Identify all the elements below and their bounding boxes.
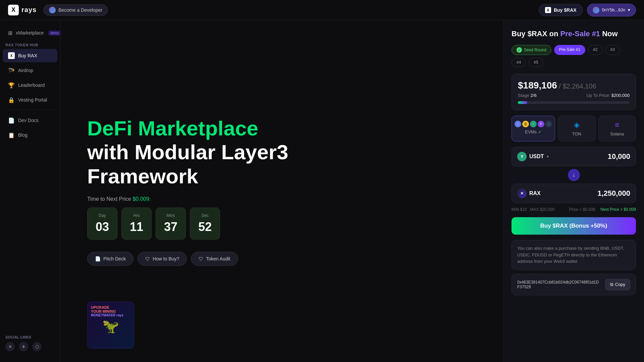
sidebar-divider: [5, 110, 55, 110]
sidebar-item-leaderboard[interactable]: 🏆 Leaderboard: [3, 78, 57, 92]
price-value: $0.008: [583, 207, 595, 212]
max-label: MAX $20,000: [530, 207, 554, 212]
from-token-box[interactable]: ₮ USDT ▾ 10,000: [512, 147, 636, 166]
bnb-icon: B: [522, 121, 529, 127]
day-label: Day: [96, 213, 109, 218]
swap-arrow-button[interactable]: ↓: [568, 169, 580, 181]
tab-presale-3[interactable]: #3: [605, 45, 620, 55]
timer-day: Day 03: [87, 207, 117, 240]
wallet-icon: [593, 7, 599, 13]
ad-banner[interactable]: UPGRADEYOUR MINING MONEYMAKER rays 🦖: [87, 302, 134, 349]
github-icon[interactable]: ⬡: [32, 342, 42, 351]
tab-evms[interactable]: Ξ B ₮ P A EVMs ✓: [512, 116, 555, 141]
copy-address-button[interactable]: ⧉ Copy: [605, 279, 630, 290]
timer-sec: Sec 52: [190, 207, 220, 240]
stage-value: 2/6: [531, 93, 537, 98]
twitter-icon[interactable]: ✕: [5, 342, 15, 351]
leaderboard-label: Leaderboard: [18, 82, 45, 88]
tab-ton[interactable]: ◈ TON: [558, 116, 596, 141]
copy-label: Copy: [615, 282, 625, 287]
sidebar-bottom: SOCIAL LINKS ✕ ✈ ⬡: [0, 333, 60, 357]
demo-badge: demo: [48, 31, 61, 36]
address-box: 0x463E391407Ccb81b024db2C06748f01d1DF375…: [512, 274, 636, 295]
how-to-buy-button[interactable]: 🛡 How to Buy?: [138, 252, 187, 266]
token-audit-button[interactable]: 🛡 Token Audit: [191, 252, 238, 266]
airdrop-label: Airdrop: [18, 68, 33, 73]
wallet-address-text: 0x463E391407Ccb81b024db2C06748f01d1DF375…: [517, 280, 601, 289]
buy-rax-sidebar-label: Buy RAX: [18, 53, 37, 58]
stage-row: Stage 2/6 Up To Price: $200,000: [518, 93, 630, 98]
tab-seed-round[interactable]: ✓ Seed Round: [512, 45, 551, 55]
round-tabs: ✓ Seed Round Pre-Sale #1 #2 #3 #4 #5: [512, 45, 636, 67]
airdrop-icon: 🪂: [8, 67, 15, 74]
rax-amount: 1,250,000: [597, 189, 630, 198]
sidebar-item-blog[interactable]: 📋 Blog: [3, 128, 57, 142]
send-info: You can also make a purchase by sending …: [512, 240, 636, 270]
progress-fill: [518, 101, 527, 104]
mins-value: 37: [164, 220, 177, 234]
tab-presale-2[interactable]: #2: [588, 45, 602, 55]
sec-value: 52: [198, 220, 212, 234]
main-layout: ⊞ xMarketplace demo RAX TOKEN HUB X Buy …: [0, 20, 644, 362]
tab-presale-1[interactable]: Pre-Sale #1: [554, 45, 585, 55]
next-price-label: Next Price =: [600, 207, 624, 212]
amount-raised: $189,106: [518, 80, 557, 90]
progress-section: $189,106 / $2,264,106 Stage 2/6 Up To Pr…: [512, 74, 636, 110]
solana-icon: ≡: [615, 121, 619, 129]
leaderboard-icon: 🏆: [8, 82, 15, 88]
rax-hub-label: RAX TOKEN HUB: [0, 40, 60, 48]
buy-rax-nav-label: Buy $RAX: [554, 7, 577, 13]
panel-title-prefix: Buy $RAX on: [512, 29, 560, 38]
presale-2-label: #2: [593, 47, 597, 52]
rax-token-icon: ✕: [517, 189, 527, 198]
topnav-right: X Buy $RAX 0nY5b...9Jn ▾: [539, 4, 636, 16]
tab-solana[interactable]: ≡ Solana: [598, 116, 636, 141]
panel-title-highlight: Pre-Sale #1: [560, 29, 600, 38]
hero-section: DeFi Marketplace with Modular Layer3 Fra…: [60, 20, 503, 362]
buy-rax-nav-button[interactable]: X Buy $RAX: [539, 4, 583, 16]
next-price: Next Price = $0.009: [600, 207, 636, 212]
min-max-text: MIN $10 MAX $20,000: [512, 207, 554, 212]
telegram-icon[interactable]: ✈: [19, 342, 28, 351]
tab-presale-4[interactable]: #4: [512, 58, 526, 67]
hero-title-green: DeFi Marketplace: [87, 117, 258, 140]
token-audit-icon: 🛡: [199, 256, 203, 261]
tab-presale-5[interactable]: #5: [529, 58, 543, 67]
hero-title-line3: Framework: [87, 165, 198, 188]
ad-text2: MONEYMAKER rays: [91, 313, 130, 317]
copy-icon: ⧉: [610, 282, 613, 287]
become-developer-button[interactable]: Become a Developer: [43, 4, 108, 16]
chevron-down-icon: ▾: [628, 7, 630, 12]
timer-hrs: Hrs 11: [121, 207, 152, 240]
up-to-value: $200,000: [611, 93, 630, 98]
sidebar-item-marketplace[interactable]: ⊞ xMarketplace demo: [3, 26, 57, 40]
up-to-label: Up To Price:: [587, 93, 611, 98]
sidebar-item-buy-rax[interactable]: X Buy RAX: [3, 49, 57, 62]
pitch-deck-button[interactable]: 📄 Pitch Deck: [87, 252, 133, 266]
vesting-label: Vesting Portal: [18, 97, 47, 103]
sidebar-item-dev-docs[interactable]: 📄 Dev Docs: [3, 114, 57, 127]
ad-text1: UPGRADEYOUR MINING: [91, 305, 130, 313]
social-icons-row: ✕ ✈ ⬡: [0, 342, 60, 357]
timer-prefix: Time to Next Price: [87, 196, 132, 202]
sidebar-item-airdrop[interactable]: 🪂 Airdrop: [3, 64, 57, 77]
wallet-button[interactable]: 0nY5b...9Jn ▾: [587, 4, 636, 16]
price-info: Price = $0.008 Next Price = $0.009: [569, 207, 636, 212]
topnav-left: X rays Become a Developer: [8, 4, 108, 16]
ad-emoji: 🦖: [91, 318, 130, 334]
ton-label: TON: [572, 131, 581, 136]
presale-1-label: Pre-Sale #1: [559, 47, 580, 52]
price-label: Price =: [569, 207, 583, 212]
amount-display: $189,106 / $2,264,106: [518, 80, 630, 91]
usdt-token-icon: ₮: [517, 152, 527, 161]
stage-label: Stage: [518, 93, 531, 98]
sidebar-item-vesting[interactable]: 🔒 Vesting Portal: [3, 93, 57, 107]
dev-btn-label: Become a Developer: [58, 7, 102, 13]
usdt-amount: 10,000: [608, 152, 630, 161]
usdt-selector[interactable]: ₮ USDT ▾: [517, 152, 549, 161]
buy-rax-button[interactable]: Buy $RAX (Bonus +50%): [512, 217, 636, 235]
to-token-box: ✕ RAX 1,250,000: [512, 184, 636, 203]
ton-icon: ◈: [574, 121, 580, 129]
topnav: X rays Become a Developer X Buy $RAX 0nY…: [0, 0, 644, 20]
blog-label: Blog: [18, 132, 28, 138]
